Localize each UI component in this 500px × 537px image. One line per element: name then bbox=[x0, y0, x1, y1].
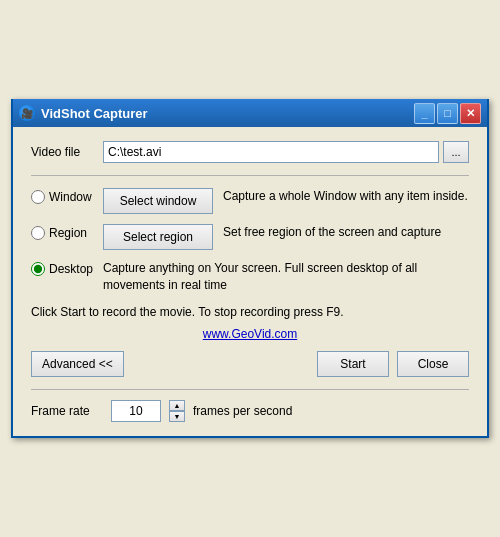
region-radio-label[interactable]: Region bbox=[31, 224, 103, 240]
desktop-capture-row: Desktop Capture anything on Your screen.… bbox=[31, 260, 469, 294]
region-capture-row: Region Select region Set free region of … bbox=[31, 224, 469, 250]
divider-2 bbox=[31, 389, 469, 390]
framerate-suffix: frames per second bbox=[193, 404, 292, 418]
start-button[interactable]: Start bbox=[317, 351, 389, 377]
titlebar-buttons: _ □ ✕ bbox=[414, 103, 481, 124]
region-capture-desc: Set free region of the screen and captur… bbox=[223, 224, 469, 241]
window-capture-desc: Capture a whole Window with any item ins… bbox=[223, 188, 469, 205]
window-radio-label[interactable]: Window bbox=[31, 188, 103, 204]
video-file-input[interactable] bbox=[103, 141, 439, 163]
desktop-capture-desc: Capture anything on Your screen. Full sc… bbox=[103, 260, 469, 294]
video-file-label: Video file bbox=[31, 145, 103, 159]
desktop-radio-text: Desktop bbox=[49, 262, 93, 276]
window-radio-text: Window bbox=[49, 190, 92, 204]
desktop-radio-label[interactable]: Desktop bbox=[31, 260, 103, 276]
main-window: 🎥 VidShot Capturer _ □ ✕ Video file ... … bbox=[11, 99, 489, 437]
window-close-button[interactable]: ✕ bbox=[460, 103, 481, 124]
window-radio[interactable] bbox=[31, 190, 45, 204]
select-window-button[interactable]: Select window bbox=[103, 188, 213, 214]
minimize-button[interactable]: _ bbox=[414, 103, 435, 124]
region-radio[interactable] bbox=[31, 226, 45, 240]
advanced-button[interactable]: Advanced << bbox=[31, 351, 124, 377]
close-button[interactable]: Close bbox=[397, 351, 469, 377]
framerate-row: Frame rate ▲ ▼ frames per second bbox=[31, 400, 469, 422]
link-row: www.GeoVid.com bbox=[31, 327, 469, 341]
app-icon: 🎥 bbox=[19, 105, 35, 121]
titlebar: 🎥 VidShot Capturer _ □ ✕ bbox=[13, 99, 487, 127]
region-radio-text: Region bbox=[49, 226, 87, 240]
framerate-label: Frame rate bbox=[31, 404, 103, 418]
geovid-link[interactable]: www.GeoVid.com bbox=[203, 327, 297, 341]
content-area: Video file ... Window Select window Capt… bbox=[13, 127, 487, 435]
titlebar-left: 🎥 VidShot Capturer bbox=[19, 105, 148, 121]
select-region-button[interactable]: Select region bbox=[103, 224, 213, 250]
framerate-up-button[interactable]: ▲ bbox=[169, 400, 185, 411]
framerate-input[interactable] bbox=[111, 400, 161, 422]
window-capture-row: Window Select window Capture a whole Win… bbox=[31, 188, 469, 214]
window-title: VidShot Capturer bbox=[41, 106, 148, 121]
info-text: Click Start to record the movie. To stop… bbox=[31, 304, 469, 321]
framerate-spinner: ▲ ▼ bbox=[169, 400, 185, 422]
maximize-button[interactable]: □ bbox=[437, 103, 458, 124]
desktop-radio[interactable] bbox=[31, 262, 45, 276]
framerate-down-button[interactable]: ▼ bbox=[169, 411, 185, 422]
browse-button[interactable]: ... bbox=[443, 141, 469, 163]
button-row: Advanced << Start Close bbox=[31, 351, 469, 377]
divider-1 bbox=[31, 175, 469, 176]
video-file-row: Video file ... bbox=[31, 141, 469, 163]
